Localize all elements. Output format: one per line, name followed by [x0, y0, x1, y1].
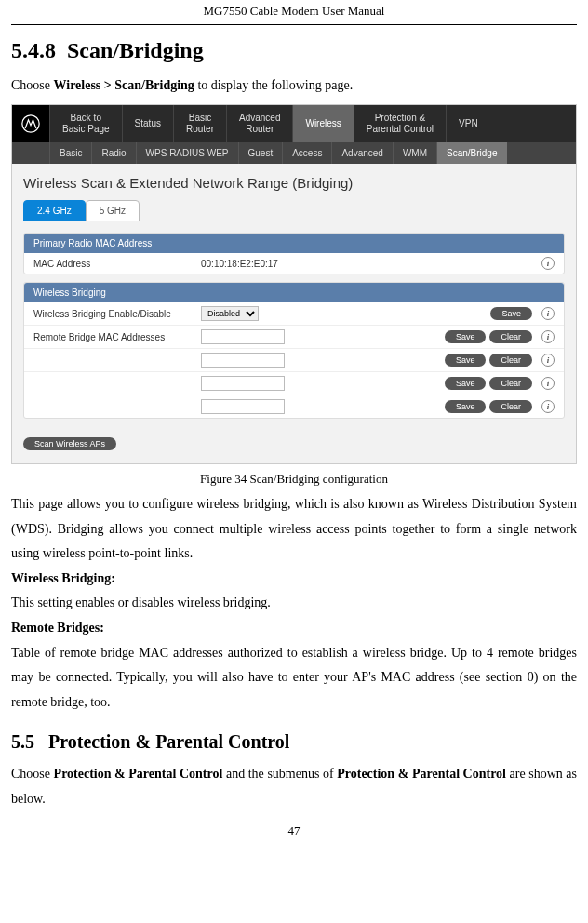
nav-item-line1: Advanced: [239, 113, 280, 124]
nav-item-wireless[interactable]: Wireless: [292, 105, 353, 142]
card-header-primary-mac: Primary Radio MAC Address: [24, 234, 564, 253]
intro-prefix: Choose: [11, 78, 54, 92]
remote-mac-input-1[interactable]: [201, 329, 285, 344]
nav-item-advanced-router[interactable]: Advanced Router: [226, 105, 292, 142]
clear-button[interactable]: Clear: [489, 354, 532, 367]
figure-caption: Figure 34 Scan/Bridging configuration: [11, 472, 577, 487]
document-header: MG7550 Cable Modem User Manual: [11, 0, 577, 25]
bridging-enable-control: Disabled: [201, 306, 490, 321]
save-button[interactable]: Save: [445, 377, 487, 390]
save-button[interactable]: Save: [490, 307, 532, 320]
subnav-guest[interactable]: Guest: [238, 142, 283, 164]
clear-button[interactable]: Clear: [489, 330, 532, 343]
row-bridging-enable: Wireless Bridging Enable/Disable Disable…: [24, 302, 564, 326]
nav-item-line2: Router: [186, 124, 214, 135]
intro-bold-path: Wireless > Scan/Bridging: [54, 78, 194, 92]
body-h2: Remote Bridges:: [11, 616, 577, 641]
info-icon[interactable]: i: [541, 354, 555, 367]
nav-item-line1: Protection &: [367, 113, 434, 124]
panel-body: Wireless Scan & Extended Network Range (…: [12, 164, 576, 463]
tab-5ghz[interactable]: 5 GHz: [86, 200, 140, 221]
mac-address-label: MAC Address: [33, 259, 201, 269]
nav-item-basic-page[interactable]: Back to Basic Page: [49, 105, 122, 142]
nav-item-status[interactable]: Status: [122, 105, 173, 142]
s2-intro-bold2: Protection & Parental Control: [337, 767, 506, 781]
remote-mac-input-3[interactable]: [201, 376, 285, 391]
nav-item-line1: Wireless: [305, 118, 341, 129]
info-icon[interactable]: i: [541, 377, 555, 390]
tab-2-4ghz[interactable]: 2.4 GHz: [23, 200, 86, 221]
clear-button[interactable]: Clear: [489, 377, 532, 390]
body-text: This page allows you to configure wirele…: [11, 492, 577, 715]
nav-item-vpn[interactable]: VPN: [446, 105, 490, 142]
brand-logo[interactable]: [12, 105, 49, 142]
mac-address-value: 00:10:18:E2:E0:17: [201, 259, 536, 269]
card-primary-mac: Primary Radio MAC Address MAC Address 00…: [23, 233, 565, 274]
svg-point-0: [22, 115, 39, 132]
info-icon[interactable]: i: [541, 307, 555, 320]
subnav-wps[interactable]: WPS RADIUS WEP: [136, 142, 238, 164]
remote-mac-input-2[interactable]: [201, 353, 285, 368]
row-remote-mac-3: Save Clear i: [24, 372, 564, 395]
remote-mac-label: Remote Bridge MAC Addresses: [33, 332, 201, 342]
subnav-access[interactable]: Access: [282, 142, 331, 164]
row-mac-address: MAC Address 00:10:18:E2:E0:17 i: [24, 253, 564, 274]
section-heading: 5.4.8 Scan/Bridging: [11, 38, 577, 63]
save-button[interactable]: Save: [445, 354, 487, 367]
body-p1: This page allows you to configure wirele…: [11, 492, 577, 567]
nav-item-line2: Router: [239, 124, 280, 135]
nav-item-basic-router[interactable]: Basic Router: [173, 105, 226, 142]
body-h1: Wireless Bridging:: [11, 567, 577, 592]
section2-number: 5.5: [11, 731, 34, 752]
section-title-text: Scan/Bridging: [67, 38, 204, 62]
nav-item-line1: Basic: [186, 113, 214, 124]
subnav-scan-bridge[interactable]: Scan/Bridge: [436, 142, 506, 164]
nav-item-line2: Basic Page: [62, 124, 110, 135]
nav-item-line2: Parental Control: [367, 124, 434, 135]
clear-button[interactable]: Clear: [489, 400, 532, 413]
scan-wireless-button[interactable]: Scan Wireless APs: [23, 437, 116, 450]
body-p2: This setting enables or disables wireles…: [11, 591, 577, 616]
subnav-wmm[interactable]: WMM: [393, 142, 436, 164]
card-header-bridging: Wireless Bridging: [24, 283, 564, 302]
s2-intro-bold1: Protection & Parental Control: [54, 767, 223, 781]
s2-intro-prefix: Choose: [11, 767, 54, 781]
section2-intro: Choose Protection & Parental Control and…: [11, 762, 577, 811]
motorola-icon: [21, 114, 40, 133]
row-remote-mac-2: Save Clear i: [24, 349, 564, 372]
nav-item-line1: Status: [135, 118, 161, 129]
row-remote-mac-4: Save Clear i: [24, 395, 564, 418]
section2-title-text: Protection & Parental Control: [48, 731, 289, 752]
nav-primary: Back to Basic Page Status Basic Router A…: [12, 105, 576, 142]
save-button[interactable]: Save: [445, 330, 487, 343]
section2-heading: 5.5 Protection & Parental Control: [11, 731, 577, 753]
intro-suffix: to display the following page.: [194, 78, 353, 92]
bridging-enable-select[interactable]: Disabled: [201, 306, 259, 321]
info-icon[interactable]: i: [541, 400, 555, 413]
nav-item-line1: Back to: [62, 113, 110, 124]
scan-button-row: Scan Wireless APs: [23, 426, 565, 452]
subnav-radio[interactable]: Radio: [91, 142, 135, 164]
nav-item-protection[interactable]: Protection & Parental Control: [354, 105, 446, 142]
nav-secondary: Basic Radio WPS RADIUS WEP Guest Access …: [12, 142, 576, 164]
info-icon[interactable]: i: [541, 257, 555, 270]
panel-title: Wireless Scan & Extended Network Range (…: [23, 175, 565, 191]
save-button[interactable]: Save: [445, 400, 487, 413]
bridging-enable-label: Wireless Bridging Enable/Disable: [33, 309, 201, 319]
body-p3: Table of remote bridge MAC addresses aut…: [11, 641, 577, 716]
subnav-basic[interactable]: Basic: [49, 142, 91, 164]
intro-paragraph: Choose Wireless > Scan/Bridging to displ…: [11, 78, 577, 93]
embedded-screenshot: Back to Basic Page Status Basic Router A…: [11, 104, 577, 464]
section-number: 5.4.8: [11, 38, 56, 62]
page-number: 47: [11, 823, 577, 838]
s2-intro-mid: and the submenus of: [222, 767, 337, 781]
info-icon[interactable]: i: [541, 330, 555, 343]
card-wireless-bridging: Wireless Bridging Wireless Bridging Enab…: [23, 282, 565, 419]
subnav-advanced[interactable]: Advanced: [331, 142, 392, 164]
remote-mac-input-4[interactable]: [201, 399, 285, 414]
nav-item-line1: VPN: [459, 118, 478, 129]
band-tabs: 2.4 GHz 5 GHz: [23, 200, 565, 221]
row-remote-mac-1: Remote Bridge MAC Addresses Save Clear i: [24, 326, 564, 349]
